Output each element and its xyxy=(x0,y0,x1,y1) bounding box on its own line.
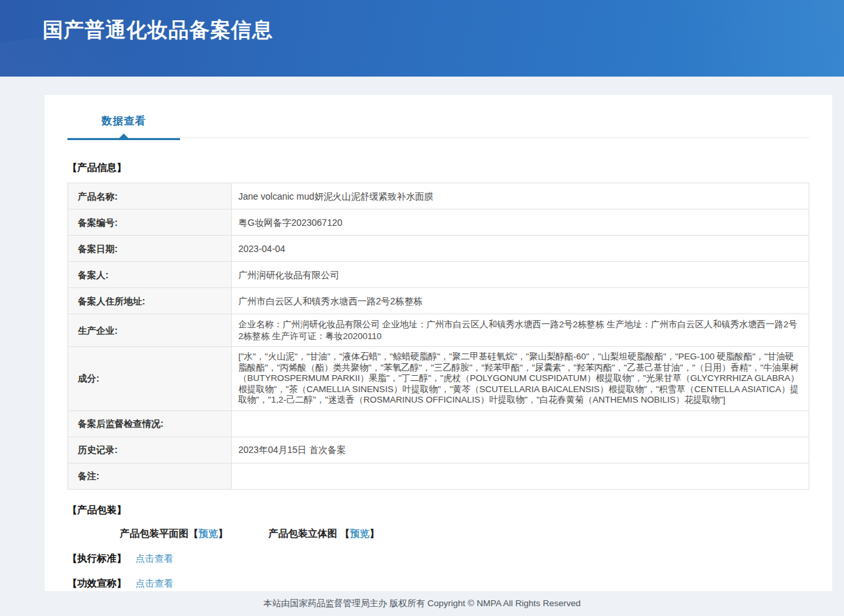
tab-arrow-up-icon xyxy=(119,134,129,139)
content-card: 数据查看 【产品信息】 产品名称: Jane volcanic mud妍泥火山泥… xyxy=(45,95,832,591)
packaging-row: 产品包装平面图【预览】 产品包装立体图 【预览】 xyxy=(67,528,809,540)
row-label: 成分: xyxy=(68,347,232,411)
table-row-supervision-check: 备案后监督检查情况: xyxy=(68,410,809,437)
packaging-3d-bracket-close: 】 xyxy=(369,528,379,539)
table-row-ingredients: 成分: ["水"，"火山泥"，"甘油"，"液体石蜡"，"鲸蜡硬脂醇"，"聚二甲基… xyxy=(68,347,809,411)
product-info-table: 产品名称: Jane volcanic mud妍泥火山泥舒缓紧致补水面膜 备案编… xyxy=(67,183,809,490)
efficacy-row: 【功效宣称】 点击查看 xyxy=(67,577,809,590)
table-row-remarks: 备注: xyxy=(68,463,809,489)
page-footer: 本站由国家药品监督管理局主办 版权所有 Copyright © NMPA All… xyxy=(0,591,844,616)
packaging-3d-preview-link[interactable]: 预览 xyxy=(350,528,369,539)
row-label: 备案后监督检查情况: xyxy=(68,410,232,437)
page-banner: 国产普通化妆品备案信息 xyxy=(0,0,844,77)
row-label: 备案人住所地址: xyxy=(68,288,232,314)
table-row-manufacturer: 生产企业: 企业名称：广州润研化妆品有限公司 企业地址：广州市白云区人和镇秀水塘… xyxy=(68,314,809,347)
standards-view-link[interactable]: 点击查看 xyxy=(136,553,174,565)
page-title: 国产普通化妆品备案信息 xyxy=(43,16,273,44)
section-heading-product-info: 【产品信息】 xyxy=(67,162,809,174)
packaging-flat-bracket-close: 】 xyxy=(218,528,228,539)
row-label: 备案编号: xyxy=(68,209,232,236)
packaging-3d-label: 产品包装立体图 【 xyxy=(268,528,350,539)
standards-label: 【执行标准】 xyxy=(67,553,126,565)
table-row-registration-date: 备案日期: 2023-04-04 xyxy=(68,236,809,262)
row-value: 2023-04-04 xyxy=(232,236,809,262)
row-value: ["水"，"火山泥"，"甘油"，"液体石蜡"，"鲸蜡硬脂醇"，"聚二甲基硅氧烷"… xyxy=(232,347,809,411)
table-row-history: 历史记录: 2023年04月15日 首次备案 xyxy=(68,437,809,463)
table-row-product-name: 产品名称: Jane volcanic mud妍泥火山泥舒缓紧致补水面膜 xyxy=(68,183,809,209)
tab-bar: 数据查看 xyxy=(67,115,809,147)
row-label: 生产企业: xyxy=(68,314,232,347)
table-row-registrant: 备案人: 广州润研化妆品有限公司 xyxy=(68,262,809,288)
row-value: 广州市白云区人和镇秀水塘西一路2号2栋整栋 xyxy=(232,288,809,314)
row-value xyxy=(232,463,809,489)
packaging-flat-label: 产品包装平面图【 xyxy=(120,528,198,539)
section-heading-packaging: 【产品包装】 xyxy=(67,504,809,516)
row-label: 备案日期: xyxy=(68,236,232,262)
efficacy-view-link[interactable]: 点击查看 xyxy=(136,577,174,590)
packaging-flat-item: 产品包装平面图【预览】 xyxy=(120,528,228,540)
row-value: 粤G妆网备字2023067120 xyxy=(232,209,809,236)
table-row-registrant-address: 备案人住所地址: 广州市白云区人和镇秀水塘西一路2号2栋整栋 xyxy=(68,288,809,314)
row-label: 历史记录: xyxy=(68,437,232,463)
tab-data-view[interactable]: 数据查看 xyxy=(67,115,180,140)
row-value: 广州润研化妆品有限公司 xyxy=(232,262,809,288)
row-value: 企业名称：广州润研化妆品有限公司 企业地址：广州市白云区人和镇秀水塘西一路2号2… xyxy=(232,314,809,347)
copyright-text: 本站由国家药品监督管理局主办 版权所有 Copyright © NMPA All… xyxy=(263,598,581,609)
tab-active-underline xyxy=(67,138,180,140)
standards-row: 【执行标准】 点击查看 xyxy=(67,553,809,565)
efficacy-label: 【功效宣称】 xyxy=(67,577,126,590)
packaging-3d-item: 产品包装立体图 【预览】 xyxy=(268,528,379,540)
row-value xyxy=(232,410,809,437)
row-value: 2023年04月15日 首次备案 xyxy=(232,437,809,463)
row-label: 产品名称: xyxy=(68,183,232,209)
row-label: 备案人: xyxy=(68,262,232,288)
row-value: Jane volcanic mud妍泥火山泥舒缓紧致补水面膜 xyxy=(232,183,809,209)
tab-data-view-label: 数据查看 xyxy=(101,115,146,126)
packaging-flat-preview-link[interactable]: 预览 xyxy=(198,528,218,539)
table-row-registration-number: 备案编号: 粤G妆网备字2023067120 xyxy=(68,209,809,236)
row-label: 备注: xyxy=(68,463,232,489)
